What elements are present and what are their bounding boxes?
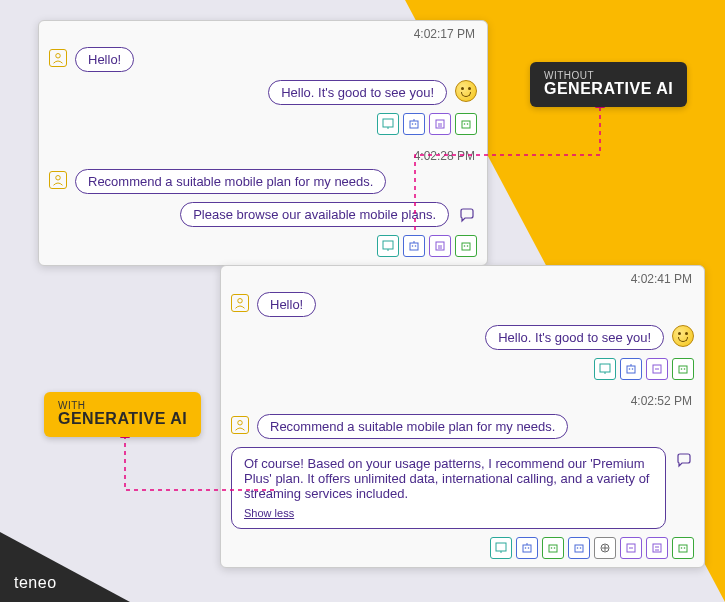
user-message: Hello! <box>257 292 316 317</box>
robot-icon[interactable] <box>672 358 694 380</box>
robot-icon[interactable] <box>620 358 642 380</box>
user-icon <box>231 294 249 312</box>
svg-rect-15 <box>462 243 470 250</box>
wink-emoji-icon <box>455 80 477 102</box>
action-icon[interactable] <box>620 537 642 559</box>
robot-icon[interactable] <box>455 235 477 257</box>
svg-rect-1 <box>383 119 393 127</box>
svg-point-30 <box>525 547 527 549</box>
bot-message-text: Of course! Based on your usage patterns,… <box>244 456 649 501</box>
robot-icon[interactable] <box>455 113 477 135</box>
svg-point-8 <box>467 123 469 125</box>
robot-icon[interactable] <box>542 537 564 559</box>
chat-row-bot: Hello. It's good to see you! <box>39 78 487 111</box>
svg-point-21 <box>629 368 631 370</box>
user-message: Recommend a suitable mobile plan for my … <box>75 169 386 194</box>
svg-rect-24 <box>679 366 687 373</box>
svg-rect-10 <box>383 241 393 249</box>
robot-icon[interactable] <box>672 537 694 559</box>
action-icon[interactable] <box>377 235 399 257</box>
chat-window-with-ai: 4:02:41 PM Hello! Hello. It's good to se… <box>220 265 705 568</box>
svg-rect-41 <box>679 545 687 552</box>
action-icon[interactable] <box>429 235 451 257</box>
sparkle-icon[interactable] <box>594 537 616 559</box>
svg-point-43 <box>684 547 686 549</box>
svg-point-25 <box>681 368 683 370</box>
svg-point-26 <box>684 368 686 370</box>
user-message: Recommend a suitable mobile plan for my … <box>257 414 568 439</box>
svg-point-18 <box>238 299 243 304</box>
user-icon <box>49 171 67 189</box>
svg-rect-35 <box>575 545 583 552</box>
svg-rect-28 <box>496 543 506 551</box>
svg-point-16 <box>464 245 466 247</box>
action-icon[interactable] <box>646 358 668 380</box>
action-icon-row <box>39 233 487 265</box>
svg-rect-6 <box>462 121 470 128</box>
chat-row-bot: Hello. It's good to see you! <box>221 323 704 356</box>
action-icon[interactable] <box>594 358 616 380</box>
user-message: Hello! <box>75 47 134 72</box>
bot-message: Hello. It's good to see you! <box>485 325 664 350</box>
svg-point-42 <box>681 547 683 549</box>
chat-row-user: Recommend a suitable mobile plan for my … <box>39 167 487 200</box>
svg-point-17 <box>467 245 469 247</box>
badge-with-ai: WITH GENERATIVE AI <box>44 392 201 437</box>
robot-icon[interactable] <box>403 113 425 135</box>
action-icon-row <box>221 535 704 567</box>
action-icon[interactable] <box>377 113 399 135</box>
svg-rect-2 <box>410 121 418 128</box>
show-less-link[interactable]: Show less <box>244 507 294 519</box>
svg-point-4 <box>415 123 417 125</box>
brand-logo: teneo <box>14 574 57 592</box>
bot-message: Please browse our available mobile plans… <box>180 202 449 227</box>
svg-point-37 <box>580 547 582 549</box>
timestamp: 4:02:28 PM <box>39 143 487 167</box>
chat-row-user: Hello! <box>39 45 487 78</box>
user-icon <box>231 416 249 434</box>
robot-icon[interactable] <box>516 537 538 559</box>
svg-point-34 <box>554 547 556 549</box>
svg-point-31 <box>528 547 530 549</box>
svg-point-0 <box>56 54 61 59</box>
action-icon-row <box>221 356 704 388</box>
speech-bubble-icon[interactable] <box>674 451 694 471</box>
svg-point-36 <box>577 547 579 549</box>
robot-icon[interactable] <box>403 235 425 257</box>
svg-point-12 <box>412 245 414 247</box>
svg-point-3 <box>412 123 414 125</box>
chat-window-without-ai: 4:02:17 PM Hello! Hello. It's good to se… <box>38 20 488 266</box>
svg-rect-20 <box>627 366 635 373</box>
speech-bubble-icon[interactable] <box>457 206 477 226</box>
action-icon[interactable] <box>429 113 451 135</box>
svg-point-22 <box>632 368 634 370</box>
badge-title: GENERATIVE AI <box>544 81 673 97</box>
bot-message: Hello. It's good to see you! <box>268 80 447 105</box>
badge-title: GENERATIVE AI <box>58 411 187 427</box>
svg-point-9 <box>56 176 61 181</box>
action-icon[interactable] <box>646 537 668 559</box>
chat-row-bot: Please browse our available mobile plans… <box>39 200 487 233</box>
svg-rect-29 <box>523 545 531 552</box>
action-icon[interactable] <box>490 537 512 559</box>
timestamp: 4:02:41 PM <box>221 266 704 290</box>
badge-without-ai: WITHOUT GENERATIVE AI <box>530 62 687 107</box>
svg-rect-19 <box>600 364 610 372</box>
user-icon <box>49 49 67 67</box>
chat-row-user: Hello! <box>221 290 704 323</box>
svg-rect-32 <box>549 545 557 552</box>
action-icon-row <box>39 111 487 143</box>
timestamp: 4:02:52 PM <box>221 388 704 412</box>
chat-row-user: Recommend a suitable mobile plan for my … <box>221 412 704 445</box>
svg-rect-11 <box>410 243 418 250</box>
svg-point-27 <box>238 421 243 426</box>
svg-point-33 <box>551 547 553 549</box>
wink-emoji-icon <box>672 325 694 347</box>
svg-rect-40 <box>653 544 661 552</box>
timestamp: 4:02:17 PM <box>39 21 487 45</box>
bot-message-expanded: Of course! Based on your usage patterns,… <box>231 447 666 529</box>
svg-point-13 <box>415 245 417 247</box>
robot-icon[interactable] <box>568 537 590 559</box>
svg-point-7 <box>464 123 466 125</box>
chat-row-bot: Of course! Based on your usage patterns,… <box>221 445 704 535</box>
